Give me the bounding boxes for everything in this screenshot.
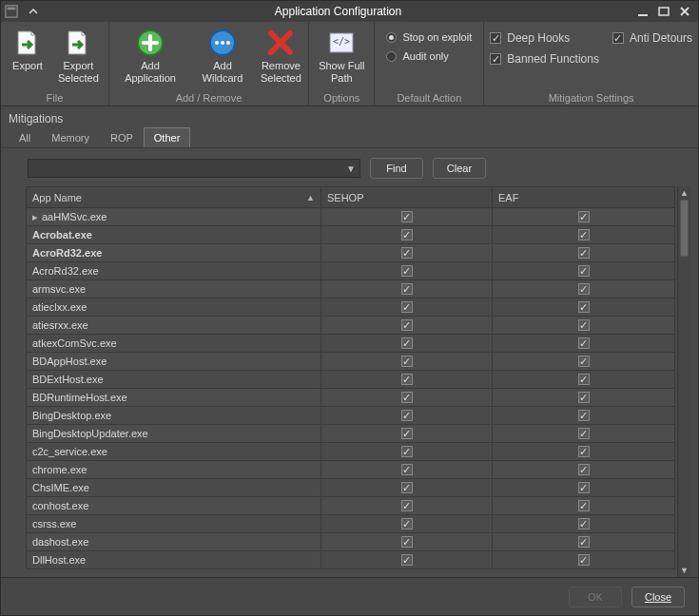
stop-on-exploit-radio[interactable]: Stop on exploit bbox=[386, 31, 472, 43]
table-row[interactable]: ▸aaHMSvc.exe bbox=[27, 208, 675, 226]
eaf-checkbox[interactable] bbox=[578, 554, 590, 566]
find-button[interactable]: Find bbox=[370, 158, 423, 179]
table-row[interactable]: atieclxx.exe bbox=[27, 298, 675, 317]
eaf-checkbox[interactable] bbox=[578, 428, 590, 439]
table-row[interactable]: dashost.exe bbox=[27, 533, 675, 551]
scroll-up-icon[interactable]: ▲ bbox=[678, 186, 690, 200]
export-selected-button[interactable]: Export Selected bbox=[54, 26, 103, 87]
table-row[interactable]: BingDesktop.exe bbox=[27, 407, 675, 425]
column-header-eaf[interactable]: EAF bbox=[493, 187, 675, 208]
table-row[interactable]: atkexComSvc.exe bbox=[27, 335, 675, 353]
column-header-app-name[interactable]: App Name ▲ bbox=[27, 187, 321, 208]
sehop-checkbox[interactable] bbox=[401, 536, 413, 548]
table-row[interactable]: AcroRd32.exe bbox=[27, 244, 675, 262]
sehop-checkbox[interactable] bbox=[401, 356, 413, 367]
cell-eaf bbox=[493, 479, 675, 497]
sehop-checkbox[interactable] bbox=[401, 500, 413, 511]
add-application-label: Add Application bbox=[119, 60, 182, 85]
audit-only-label: Audit only bbox=[402, 50, 448, 62]
clear-button[interactable]: Clear bbox=[433, 158, 486, 179]
sehop-checkbox[interactable] bbox=[401, 301, 413, 313]
sehop-checkbox[interactable] bbox=[401, 337, 413, 349]
search-combo[interactable]: ▼ bbox=[28, 159, 360, 178]
export-button[interactable]: Export bbox=[7, 26, 49, 74]
checkbox-icon bbox=[612, 32, 624, 44]
sehop-checkbox[interactable] bbox=[401, 464, 413, 475]
table-row[interactable]: c2c_service.exe bbox=[27, 443, 675, 461]
table-row[interactable]: BDRuntimeHost.exe bbox=[27, 389, 675, 407]
add-application-button[interactable]: Add Application bbox=[115, 26, 185, 87]
quick-access-up-icon[interactable] bbox=[24, 4, 43, 19]
table-row[interactable]: BDAppHost.exe bbox=[27, 353, 675, 371]
sehop-checkbox[interactable] bbox=[401, 392, 413, 403]
eaf-checkbox[interactable] bbox=[578, 229, 590, 241]
sehop-checkbox[interactable] bbox=[401, 554, 413, 566]
maximize-button[interactable] bbox=[654, 4, 673, 19]
eaf-checkbox[interactable] bbox=[578, 374, 590, 385]
tab-other[interactable]: Other bbox=[144, 127, 191, 147]
sehop-checkbox[interactable] bbox=[401, 319, 413, 331]
eaf-checkbox[interactable] bbox=[578, 337, 590, 349]
sehop-checkbox[interactable] bbox=[401, 410, 413, 421]
deep-hooks-checkbox[interactable]: Deep Hooks bbox=[490, 31, 599, 45]
table-row[interactable]: armsvc.exe bbox=[27, 280, 675, 298]
table-row[interactable]: Acrobat.exe bbox=[27, 226, 675, 244]
eaf-checkbox[interactable] bbox=[578, 536, 590, 548]
eaf-checkbox[interactable] bbox=[578, 500, 590, 511]
eaf-checkbox[interactable] bbox=[578, 410, 590, 421]
audit-only-radio[interactable]: Audit only bbox=[386, 50, 472, 62]
sehop-checkbox[interactable] bbox=[401, 446, 413, 457]
tab-all[interactable]: All bbox=[9, 127, 41, 147]
sehop-checkbox[interactable] bbox=[401, 518, 413, 529]
vertical-scrollbar[interactable]: ▲ ▼ bbox=[677, 186, 690, 577]
mitigations-section-label: Mitigations bbox=[1, 106, 698, 127]
eaf-checkbox[interactable] bbox=[578, 446, 590, 457]
sehop-checkbox[interactable] bbox=[401, 265, 413, 277]
table-row[interactable]: conhost.exe bbox=[27, 497, 675, 515]
eaf-checkbox[interactable] bbox=[578, 464, 590, 475]
sehop-checkbox[interactable] bbox=[401, 229, 413, 241]
scroll-down-icon[interactable]: ▼ bbox=[678, 564, 690, 577]
add-wildcard-button[interactable]: Add Wildcard bbox=[191, 26, 253, 87]
show-full-path-button[interactable]: </> Show Full Path bbox=[315, 26, 368, 87]
sehop-checkbox[interactable] bbox=[401, 374, 413, 385]
column-header-sehop[interactable]: SEHOP bbox=[321, 187, 493, 208]
sehop-checkbox[interactable] bbox=[401, 482, 413, 493]
eaf-checkbox[interactable] bbox=[578, 319, 590, 331]
scroll-track[interactable] bbox=[678, 200, 690, 564]
table-row[interactable]: DllHost.exe bbox=[27, 551, 675, 569]
eaf-checkbox[interactable] bbox=[578, 356, 590, 367]
eaf-checkbox[interactable] bbox=[578, 518, 590, 529]
remove-selected-button[interactable]: Remove Selected bbox=[260, 26, 303, 87]
table-row[interactable]: BDExtHost.exe bbox=[27, 371, 675, 389]
show-full-path-label: Show Full Path bbox=[319, 60, 364, 85]
eaf-checkbox[interactable] bbox=[578, 283, 590, 295]
table-row[interactable]: AcroRd32.exe bbox=[27, 262, 675, 280]
eaf-checkbox[interactable] bbox=[578, 265, 590, 277]
eaf-checkbox[interactable] bbox=[578, 247, 590, 259]
cell-eaf bbox=[493, 317, 675, 335]
close-button[interactable] bbox=[675, 4, 694, 19]
ok-button[interactable]: OK bbox=[569, 587, 622, 607]
eaf-checkbox[interactable] bbox=[578, 392, 590, 403]
eaf-checkbox[interactable] bbox=[578, 301, 590, 313]
table-row[interactable]: csrss.exe bbox=[27, 515, 675, 533]
scroll-thumb[interactable] bbox=[680, 200, 689, 257]
table-row[interactable]: BingDesktopUpdater.exe bbox=[27, 425, 675, 443]
minimize-button[interactable] bbox=[633, 4, 652, 19]
table-row[interactable]: chrome.exe bbox=[27, 461, 675, 479]
sehop-checkbox[interactable] bbox=[401, 283, 413, 295]
banned-functions-checkbox[interactable]: Banned Functions bbox=[490, 52, 599, 66]
sehop-checkbox[interactable] bbox=[401, 247, 413, 259]
table-row[interactable]: atiesrxx.exe bbox=[27, 317, 675, 335]
close-dialog-button[interactable]: Close bbox=[631, 587, 685, 607]
tab-memory[interactable]: Memory bbox=[41, 127, 100, 147]
sehop-checkbox[interactable] bbox=[401, 428, 413, 439]
anti-detours-checkbox[interactable]: Anti Detours bbox=[612, 31, 692, 45]
sehop-checkbox[interactable] bbox=[401, 211, 413, 222]
eaf-checkbox[interactable] bbox=[578, 482, 590, 493]
table-row[interactable]: ChsIME.exe bbox=[27, 479, 675, 497]
eaf-checkbox[interactable] bbox=[578, 211, 590, 222]
tab-rop[interactable]: ROP bbox=[100, 127, 144, 147]
cell-sehop bbox=[321, 389, 493, 407]
